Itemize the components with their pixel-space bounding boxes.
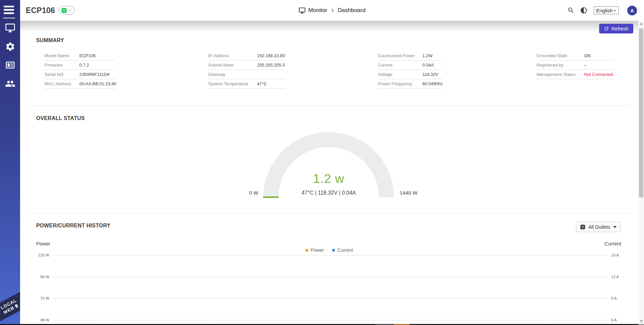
outlet-filter-button[interactable]: All Outlets bbox=[576, 222, 621, 232]
scrollbar-down-arrow[interactable] bbox=[638, 319, 644, 324]
summary-row: IP Address192.168.10.80 bbox=[208, 51, 285, 61]
sidebar-item-settings[interactable] bbox=[0, 39, 20, 54]
summary-row: Gateway bbox=[208, 70, 285, 79]
summary-row: Firmware0.7.2 bbox=[45, 61, 115, 70]
summary-row-value: 60.0490hz bbox=[422, 81, 443, 86]
power-gauge bbox=[262, 130, 396, 199]
sidebar-divider bbox=[3, 18, 15, 18]
summary-row-label: MAC Address bbox=[45, 81, 79, 86]
device-status-badge[interactable] bbox=[59, 6, 75, 15]
gauge-min-label: 0 W bbox=[218, 190, 258, 196]
summary-row-value: 192.168.10.80 bbox=[257, 53, 285, 58]
refresh-icon bbox=[604, 26, 609, 31]
summary-row: Subnet Mask255.255.255.0 bbox=[208, 61, 285, 70]
newspaper-icon bbox=[5, 60, 15, 70]
gridline bbox=[54, 320, 608, 320]
summary-row: Counsumed Power1.2W bbox=[378, 51, 443, 61]
summary-row-label: Counsumed Power bbox=[378, 53, 422, 58]
summary-row-value: 0.7.2 bbox=[79, 63, 89, 68]
breadcrumb-page[interactable]: Dashboard bbox=[338, 7, 366, 14]
language-select[interactable]: English bbox=[594, 6, 619, 14]
summary-row-label: Current bbox=[378, 63, 422, 68]
sidebar-item-logs[interactable] bbox=[0, 58, 20, 72]
summary-row: Serial NO.2350R6F111DK bbox=[45, 70, 115, 79]
refresh-button[interactable]: Refresh bbox=[599, 24, 633, 33]
summary-row-label: Serial NO. bbox=[45, 72, 79, 77]
legend-item-current[interactable]: Current bbox=[332, 247, 353, 253]
summary-row-value: 00:AA:BB:01:23:40 bbox=[79, 81, 116, 86]
summary-row-label: Grounded State bbox=[537, 53, 584, 58]
summary-row-value: Not Connected bbox=[584, 72, 613, 77]
summary-heading: SUMMARY bbox=[36, 37, 64, 43]
summary-row-label: Power Frequency bbox=[378, 81, 422, 86]
sidebar-item-users[interactable] bbox=[0, 76, 20, 91]
summary-row-label: Subnet Mask bbox=[208, 63, 257, 68]
breadcrumb: Monitor Dashboard bbox=[299, 0, 366, 21]
gauge-caption: 47°C | 118.32V | 0.04A bbox=[275, 190, 382, 196]
summary-row-value: 0.04A bbox=[422, 63, 434, 68]
chevron-down-icon bbox=[613, 9, 617, 12]
current-series-dot bbox=[332, 249, 335, 252]
caret-down-icon bbox=[613, 226, 617, 228]
chevron-up-icon bbox=[69, 9, 72, 12]
right-tick-9a: 9 A bbox=[611, 296, 635, 301]
summary-row-value: 2350R6F111DK bbox=[79, 72, 110, 77]
search-icon[interactable] bbox=[567, 7, 575, 14]
right-axis-title: Current bbox=[588, 241, 621, 246]
gridline bbox=[54, 298, 608, 299]
summary-row: System Temperature47°C bbox=[208, 79, 285, 89]
overall-status-heading: OVERALL STATUS bbox=[36, 115, 85, 121]
right-tick-6a: 6 A bbox=[611, 317, 635, 323]
summary-row-value: 1.2W bbox=[422, 53, 432, 58]
scrollbar-thumb[interactable] bbox=[639, 28, 643, 197]
users-icon bbox=[5, 79, 15, 89]
gridline bbox=[54, 277, 608, 277]
section-divider bbox=[28, 213, 629, 213]
hamburger-menu-icon[interactable] bbox=[0, 4, 20, 16]
summary-column-3: Counsumed Power1.2WCurrent0.04AVoltage11… bbox=[378, 51, 443, 89]
outlet-filter-label: All Outlets bbox=[588, 224, 610, 230]
sidebar: LOCAL WEB bbox=[0, 0, 20, 325]
summary-row-value: -- bbox=[584, 63, 587, 68]
top-header: ECP106 Monitor Dashboard English A bbox=[20, 0, 644, 21]
summary-column-2: IP Address192.168.10.80Subnet Mask255.25… bbox=[208, 51, 285, 89]
sidebar-item-monitor[interactable] bbox=[0, 20, 20, 35]
legend-item-power[interactable]: Power bbox=[305, 247, 324, 253]
summary-row-label: System Temperature bbox=[208, 81, 257, 86]
summary-row-label: Model Name bbox=[45, 53, 79, 58]
summary-row: Power Frequency60.0490hz bbox=[378, 79, 443, 89]
legend-current-label: Current bbox=[337, 247, 353, 253]
outlet-icon bbox=[580, 224, 585, 230]
summary-row: Grounded StateON bbox=[537, 51, 613, 61]
summary-row-value: 118.32V bbox=[422, 72, 438, 77]
summary-row: Voltage118.32V bbox=[378, 70, 443, 79]
language-value: English bbox=[596, 8, 613, 13]
refresh-label: Refresh bbox=[612, 26, 629, 31]
summary-column-1: Model NameECP106Firmware0.7.2Serial NO.2… bbox=[45, 51, 115, 89]
summary-row: Registered by-- bbox=[537, 61, 613, 70]
outlet-status-icon bbox=[61, 8, 67, 13]
scrollbar-up-arrow[interactable] bbox=[638, 21, 644, 26]
summary-row-value: 255.255.255.0 bbox=[257, 63, 285, 68]
summary-column-4: Grounded StateONRegistered by--Managemen… bbox=[537, 51, 613, 79]
local-web-ribbon: LOCAL WEB bbox=[0, 286, 20, 325]
summary-row-value: 47°C bbox=[257, 81, 267, 86]
legend-power-label: Power bbox=[311, 247, 324, 253]
chart-legend: Power Current bbox=[20, 247, 638, 253]
left-tick-96w: 96 W bbox=[22, 274, 49, 280]
contrast-toggle-icon[interactable] bbox=[580, 7, 587, 14]
history-heading: POWER/CURRENT HISTORY bbox=[36, 223, 110, 229]
monitor-icon bbox=[5, 23, 15, 33]
left-tick-120w: 120 W bbox=[22, 252, 49, 258]
right-tick-12a: 12 A bbox=[611, 274, 635, 280]
summary-row-label: Voltage bbox=[378, 72, 422, 77]
summary-row-label: IP Address bbox=[208, 53, 257, 58]
section-divider bbox=[28, 106, 629, 106]
summary-row-label: Gateway bbox=[208, 72, 257, 77]
summary-row-value: ON bbox=[584, 53, 591, 58]
vertical-scrollbar bbox=[638, 21, 644, 325]
avatar[interactable]: A bbox=[627, 6, 637, 15]
breadcrumb-section[interactable]: Monitor bbox=[308, 7, 327, 14]
summary-row: Model NameECP106 bbox=[45, 51, 115, 61]
summary-row: Current0.04A bbox=[378, 61, 443, 70]
